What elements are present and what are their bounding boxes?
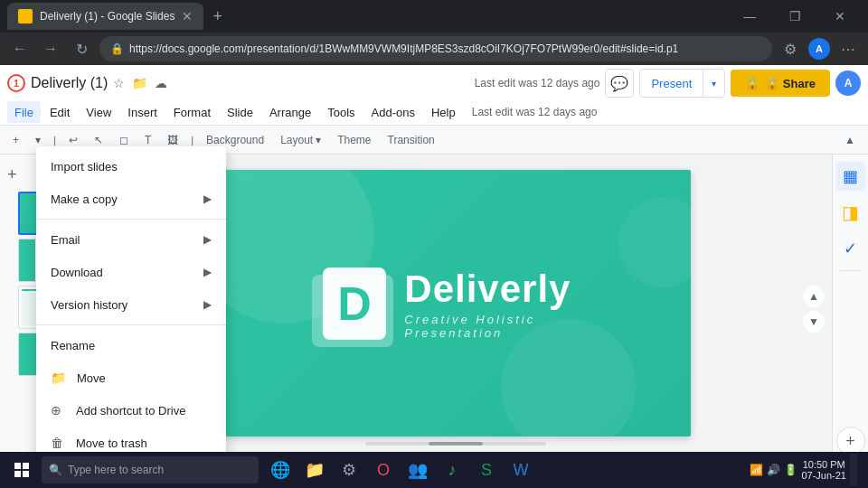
show-desktop-button[interactable]: [850, 454, 857, 486]
new-tab-button[interactable]: +: [212, 7, 222, 26]
svg-rect-7: [23, 471, 29, 477]
collapse-btn[interactable]: ▲: [839, 132, 861, 148]
taskbar-apps: 🌐 📁 ⚙ O 👥 ♪ S W: [264, 454, 537, 486]
folder-icon[interactable]: 📁: [132, 76, 147, 90]
menu-rename[interactable]: Rename: [36, 329, 226, 361]
network-icon: 📶: [750, 464, 763, 476]
share-button[interactable]: 🔒 🔒 Share: [731, 70, 830, 97]
start-button[interactable]: [4, 452, 40, 488]
right-sidebar: ▦ ◨ ✓ +: [832, 155, 868, 463]
taskbar-teams[interactable]: 👥: [401, 454, 434, 486]
menu-email[interactable]: Email ▶: [36, 223, 226, 256]
undo-btn[interactable]: ↩: [63, 132, 83, 148]
layout-btn[interactable]: Layout ▾: [275, 132, 326, 148]
taskbar-edge[interactable]: 🌐: [264, 454, 297, 486]
minimize-button[interactable]: —: [729, 3, 770, 30]
menu-view[interactable]: View: [79, 101, 118, 123]
add-slide-btn[interactable]: +: [7, 132, 24, 148]
menu-edit[interactable]: Edit: [42, 101, 77, 123]
system-clock[interactable]: 10:50 PM 07-Jun-21: [801, 459, 846, 481]
d-logo-container: D: [323, 267, 386, 340]
user-avatar[interactable]: A: [835, 70, 861, 96]
menu-move[interactable]: 📁 Move: [36, 361, 226, 394]
menu-arrange[interactable]: Arrange: [262, 101, 318, 123]
import-slides-label: Import slides: [51, 160, 118, 174]
add-slide-panel-btn[interactable]: +: [7, 165, 17, 184]
menu-make-copy[interactable]: Make a copy ▶: [36, 183, 226, 215]
taskbar-spotify[interactable]: ♪: [436, 454, 468, 486]
svg-rect-6: [14, 471, 21, 477]
cursor-tool[interactable]: ↖: [89, 132, 108, 148]
lock-icon: 🔒: [110, 42, 124, 55]
close-button[interactable]: ✕: [819, 3, 861, 30]
extensions-button[interactable]: ⚙: [778, 36, 803, 61]
add-shortcut-label: Add shortcut to Drive: [76, 404, 185, 418]
sidebar-check-btn[interactable]: ✓: [836, 234, 865, 263]
theme-btn[interactable]: Theme: [332, 132, 376, 148]
sidebar-slides-btn[interactable]: ▦: [836, 162, 865, 191]
clock-time: 10:50 PM: [801, 459, 846, 470]
move-label: Move: [77, 371, 106, 385]
tab-favicon: [18, 9, 33, 23]
menu-download[interactable]: Download ▶: [36, 256, 226, 288]
menu-slide[interactable]: Slide: [220, 101, 260, 123]
taskbar-word[interactable]: W: [505, 454, 537, 486]
back-button[interactable]: ←: [7, 36, 33, 61]
slide-controls: |: [53, 135, 56, 145]
menu-insert[interactable]: Insert: [120, 101, 165, 123]
profile-button[interactable]: A: [807, 36, 832, 61]
present-button-group: Present ▾: [639, 69, 725, 98]
main-slide[interactable]: D Deliverly Creative Holistic Presentati…: [221, 170, 691, 436]
chat-button[interactable]: 💬: [605, 69, 634, 98]
sidebar-explore-btn[interactable]: ◨: [836, 198, 865, 227]
trash-icon: 🗑: [51, 436, 65, 450]
address-bar[interactable]: 🔒 https://docs.google.com/presentation/d…: [99, 36, 772, 61]
taskbar-search[interactable]: 🔍 Type here to search: [42, 456, 259, 483]
cloud-icon[interactable]: ☁: [155, 76, 167, 90]
slide-nav: ▲ ▼: [803, 286, 825, 333]
refresh-button[interactable]: ↻: [69, 36, 94, 61]
taskbar-settings[interactable]: ⚙: [333, 454, 365, 486]
version-history-arrow: ▶: [203, 298, 212, 311]
menu-tools[interactable]: Tools: [320, 101, 362, 123]
app-header: 1 Deliverly (1) ☆ 📁 ☁ Last edit was 12 d…: [0, 65, 868, 126]
menu-add-shortcut[interactable]: ⊕ Add shortcut to Drive: [36, 394, 226, 427]
forward-button[interactable]: →: [38, 36, 63, 61]
d-letter: D: [337, 277, 372, 331]
more-options-button[interactable]: ⋯: [835, 36, 861, 61]
maximize-button[interactable]: ❐: [774, 3, 816, 30]
slide-nav-up[interactable]: ▲: [803, 286, 825, 307]
text-tool[interactable]: T: [139, 132, 156, 148]
menu-file[interactable]: File: [7, 101, 41, 123]
present-dropdown-button[interactable]: ▾: [703, 70, 724, 97]
menu-help[interactable]: Help: [424, 101, 463, 123]
email-label: Email: [51, 233, 80, 247]
star-icon[interactable]: ☆: [113, 76, 125, 90]
title-row: 1 Deliverly (1) ☆ 📁 ☁ Last edit was 12 d…: [0, 65, 868, 99]
transition-btn[interactable]: Transition: [382, 132, 440, 148]
taskbar-files[interactable]: 📁: [298, 454, 331, 486]
shortcut-icon: ⊕: [51, 403, 65, 418]
zoom-dropdown[interactable]: ▾: [30, 132, 46, 148]
download-label: Download: [51, 266, 103, 279]
active-tab[interactable]: Deliverly (1) - Google Slides ✕: [7, 3, 203, 30]
image-tool[interactable]: 🖼: [162, 132, 184, 148]
header-actions: Last edit was 12 days ago 💬 Present ▾ 🔒 …: [467, 69, 861, 98]
move-icon: 📁: [51, 371, 66, 385]
slide-title: Deliverly: [404, 267, 589, 311]
slide-nav-down[interactable]: ▼: [803, 311, 825, 333]
background-btn[interactable]: Background: [201, 132, 269, 148]
present-button[interactable]: Present: [640, 70, 703, 97]
menu-format[interactable]: Format: [166, 101, 218, 123]
transition-label: Transition: [388, 134, 435, 146]
tab-close-button[interactable]: ✕: [182, 9, 193, 23]
volume-icon: 🔊: [767, 464, 780, 476]
last-edit-text: Last edit was 12 days ago: [475, 77, 600, 89]
menu-import-slides[interactable]: Import slides: [36, 150, 226, 183]
taskbar-sheets[interactable]: S: [470, 454, 503, 486]
taskbar-office[interactable]: O: [367, 454, 400, 486]
menu-addons[interactable]: Add-ons: [364, 101, 422, 123]
document-title: Deliverly (1): [31, 75, 108, 91]
shape-tool[interactable]: ◻: [114, 132, 134, 148]
menu-version-history[interactable]: Version history ▶: [36, 288, 226, 321]
